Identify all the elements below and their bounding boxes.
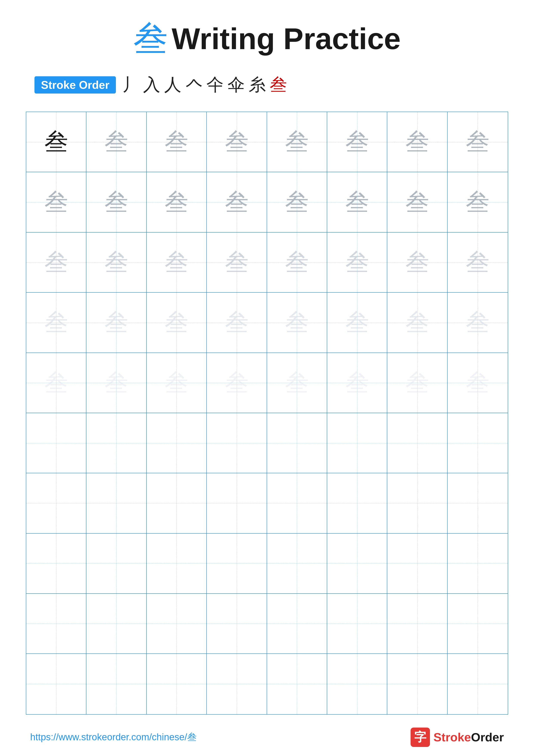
grid-cell-r9c4[interactable] <box>207 594 267 654</box>
grid-cell-r6c1[interactable] <box>26 413 87 473</box>
grid-cell-r6c6[interactable] <box>327 413 387 473</box>
grid-cell-r2c5[interactable]: 叁 <box>267 172 327 232</box>
grid-cell-r1c5[interactable]: 叁 <box>267 112 327 172</box>
page-title: Writing Practice <box>172 24 401 54</box>
grid-cell-r6c8[interactable] <box>447 413 508 473</box>
grid-cell-r5c5[interactable]: 叁 <box>267 353 327 413</box>
grid-cell-r8c6[interactable] <box>327 534 387 594</box>
grid-cell-r7c4[interactable] <box>207 473 267 533</box>
grid-cell-r5c7[interactable]: 叁 <box>387 353 447 413</box>
grid-cell-r8c4[interactable] <box>207 534 267 594</box>
grid-cell-r5c6[interactable]: 叁 <box>327 353 387 413</box>
grid-cell-r4c2[interactable]: 叁 <box>87 293 146 353</box>
grid-cell-r4c1[interactable]: 叁 <box>26 293 87 353</box>
grid-cell-r2c4[interactable]: 叁 <box>207 172 267 232</box>
grid-cell-r9c3[interactable] <box>147 594 207 654</box>
grid-cell-r10c1[interactable] <box>26 654 87 714</box>
practice-char: 叁 <box>225 126 249 158</box>
grid-cell-r10c7[interactable] <box>387 654 447 714</box>
grid-cell-r10c2[interactable] <box>87 654 146 714</box>
grid-cell-r1c1[interactable]: 叁 <box>26 112 87 172</box>
grid-cell-r7c6[interactable] <box>327 473 387 533</box>
grid-cell-r2c1[interactable]: 叁 <box>26 172 87 232</box>
grid-cell-r7c1[interactable] <box>26 473 87 533</box>
grid-cell-r2c3[interactable]: 叁 <box>147 172 207 232</box>
grid-cell-r9c8[interactable] <box>447 594 508 654</box>
grid-cell-r1c8[interactable]: 叁 <box>447 112 508 172</box>
grid-cell-r4c6[interactable]: 叁 <box>327 293 387 353</box>
grid-cell-r1c6[interactable]: 叁 <box>327 112 387 172</box>
practice-char: 叁 <box>466 307 489 338</box>
practice-char: 叁 <box>225 246 249 279</box>
grid-cell-r7c5[interactable] <box>267 473 327 533</box>
practice-char: 叁 <box>225 307 249 338</box>
grid-cell-r5c2[interactable]: 叁 <box>87 353 146 413</box>
grid-cell-r10c5[interactable] <box>267 654 327 714</box>
grid-cell-r10c8[interactable] <box>447 654 508 714</box>
grid-cell-r7c2[interactable] <box>87 473 146 533</box>
grid-cell-r5c4[interactable]: 叁 <box>207 353 267 413</box>
practice-char: 叁 <box>44 186 68 218</box>
grid-cell-r8c8[interactable] <box>447 534 508 594</box>
grid-cell-r1c3[interactable]: 叁 <box>147 112 207 172</box>
grid-cell-r3c2[interactable]: 叁 <box>87 232 146 293</box>
stroke-order-row: Stroke Order 丿 入 人 𠆢 仐 伞 糸 叁 <box>26 73 508 96</box>
grid-cell-r5c8[interactable]: 叁 <box>447 353 508 413</box>
grid-cell-r6c4[interactable] <box>207 413 267 473</box>
grid-cell-r3c7[interactable]: 叁 <box>387 232 447 293</box>
grid-cell-r9c1[interactable] <box>26 594 87 654</box>
page: 叁 Writing Practice Stroke Order 丿 入 人 𠆢 … <box>0 0 534 756</box>
stroke-step-2: 入 <box>143 73 160 96</box>
grid-cell-r6c3[interactable] <box>147 413 207 473</box>
grid-cell-r1c7[interactable]: 叁 <box>387 112 447 172</box>
grid-cell-r10c3[interactable] <box>147 654 207 714</box>
grid-cell-r8c5[interactable] <box>267 534 327 594</box>
practice-char: 叁 <box>44 126 68 158</box>
grid-cell-r3c4[interactable]: 叁 <box>207 232 267 293</box>
grid-cell-r4c7[interactable]: 叁 <box>387 293 447 353</box>
practice-char: 叁 <box>165 246 188 279</box>
grid-cell-r8c2[interactable] <box>87 534 146 594</box>
grid-cell-r9c7[interactable] <box>387 594 447 654</box>
grid-cell-r9c5[interactable] <box>267 594 327 654</box>
grid-cell-r4c3[interactable]: 叁 <box>147 293 207 353</box>
stroke-order-badge: Stroke Order <box>35 76 116 94</box>
stroke-step-5: 仐 <box>206 73 224 96</box>
grid-cell-r7c3[interactable] <box>147 473 207 533</box>
grid-cell-r9c6[interactable] <box>327 594 387 654</box>
grid-cell-r4c4[interactable]: 叁 <box>207 293 267 353</box>
practice-char: 叁 <box>405 246 429 279</box>
grid-cell-r10c6[interactable] <box>327 654 387 714</box>
grid-cell-r8c7[interactable] <box>387 534 447 594</box>
grid-cell-r6c7[interactable] <box>387 413 447 473</box>
grid-cell-r1c2[interactable]: 叁 <box>87 112 146 172</box>
grid-cell-r5c3[interactable]: 叁 <box>147 353 207 413</box>
grid-cell-r3c5[interactable]: 叁 <box>267 232 327 293</box>
grid-cell-r3c8[interactable]: 叁 <box>447 232 508 293</box>
footer-url[interactable]: https://www.strokeorder.com/chinese/叁 <box>30 731 197 743</box>
grid-cell-r9c2[interactable] <box>87 594 146 654</box>
practice-char: 叁 <box>345 307 369 338</box>
grid-cell-r5c1[interactable]: 叁 <box>26 353 87 413</box>
practice-char: 叁 <box>225 186 249 218</box>
grid-cell-r6c5[interactable] <box>267 413 327 473</box>
grid-cell-r2c8[interactable]: 叁 <box>447 172 508 232</box>
grid-cell-r10c4[interactable] <box>207 654 267 714</box>
grid-cell-r2c7[interactable]: 叁 <box>387 172 447 232</box>
grid-cell-r2c2[interactable]: 叁 <box>87 172 146 232</box>
grid-cell-r2c6[interactable]: 叁 <box>327 172 387 232</box>
practice-char: 叁 <box>165 126 188 158</box>
grid-cell-r3c6[interactable]: 叁 <box>327 232 387 293</box>
grid-cell-r6c2[interactable] <box>87 413 146 473</box>
grid-cell-r7c7[interactable] <box>387 473 447 533</box>
grid-cell-r8c3[interactable] <box>147 534 207 594</box>
grid-cell-r4c5[interactable]: 叁 <box>267 293 327 353</box>
grid-cell-r3c1[interactable]: 叁 <box>26 232 87 293</box>
brand-stroke: Stroke <box>433 730 471 744</box>
grid-cell-r8c1[interactable] <box>26 534 87 594</box>
grid-cell-r1c4[interactable]: 叁 <box>207 112 267 172</box>
grid-cell-r3c3[interactable]: 叁 <box>147 232 207 293</box>
practice-char: 叁 <box>466 186 489 218</box>
grid-cell-r7c8[interactable] <box>447 473 508 533</box>
grid-cell-r4c8[interactable]: 叁 <box>447 293 508 353</box>
